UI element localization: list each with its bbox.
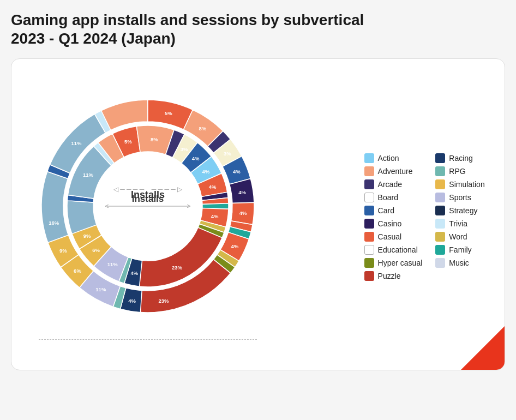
legend-label: Racing: [449, 154, 473, 163]
legend-label: Strategy: [449, 206, 477, 215]
legend-label: Arcade: [378, 180, 402, 189]
legend-label: Casino: [378, 219, 402, 228]
chart-label: 23%: [158, 298, 169, 304]
legend-color-box: [364, 232, 374, 242]
legend-label: RPG: [449, 167, 465, 176]
chart-label: 6%: [92, 247, 100, 253]
chart-label: 9%: [83, 233, 91, 239]
legend-label: Family: [449, 245, 471, 254]
chart-label: 4%: [233, 169, 241, 175]
legend-item: Puzzle: [364, 271, 423, 281]
legend: ActionRacingAdventureRPGArcadeSimulation…: [353, 153, 494, 281]
legend-color-box: [435, 153, 445, 163]
chart-label: 6%: [74, 268, 81, 274]
legend-item: Simulation: [435, 179, 494, 189]
legend-color-box: [435, 245, 445, 255]
chart-label: 5%: [165, 110, 172, 116]
legend-color-box: [364, 153, 374, 163]
chart-label: 11%: [71, 140, 82, 146]
chart-label: 4%: [238, 189, 246, 195]
donut-chart: 10%11%5%8%3%4%4%4%4%23%4%16%11%6%9%11%4%…: [22, 75, 273, 337]
legend-label: Word: [449, 232, 467, 241]
legend-item: Strategy: [435, 206, 494, 215]
chart-label: 4%: [231, 243, 238, 249]
legend-label: Puzzle: [378, 272, 401, 280]
legend-item: Racing: [435, 153, 494, 163]
legend-color-box: [435, 258, 445, 268]
legend-color-box: [364, 271, 374, 281]
legend-color-box: [435, 166, 445, 176]
legend-item: Word: [435, 232, 494, 242]
legend-color-box: [364, 193, 374, 202]
legend-item: Hyper casual: [364, 258, 423, 268]
legend-item: Arcade: [364, 179, 423, 189]
legend-color-box: [364, 258, 374, 268]
chart-label: 3%: [224, 151, 231, 157]
legend-color-box: [435, 232, 445, 242]
chart-label: 8%: [151, 136, 158, 142]
chart-label: 4%: [130, 270, 138, 276]
chart-label: 4%: [211, 214, 219, 220]
page-title: Gaming app installs and sessions by subv…: [11, 11, 505, 47]
legend-label: Sports: [449, 193, 471, 202]
legend-label: Board: [378, 193, 398, 202]
legend-color-box: [364, 245, 374, 255]
legend-item: Educational: [364, 245, 423, 255]
chart-label: 23%: [172, 265, 183, 271]
legend-color-box: [364, 166, 374, 176]
legend-label: Adventure: [378, 167, 413, 176]
decorative-triangle: [461, 326, 505, 370]
legend-color-box: [364, 179, 374, 189]
chart-label: 4%: [209, 184, 217, 190]
chart-label: 4%: [239, 210, 247, 216]
chart-label: 4%: [202, 169, 209, 175]
chart-label: 16%: [49, 220, 59, 226]
legend-item: Music: [435, 258, 494, 268]
chart-container: 10%11%5%8%3%4%4%4%4%23%4%16%11%6%9%11%4%…: [11, 58, 505, 370]
legend-item: Casual: [364, 232, 423, 242]
donut-area: 10%11%5%8%3%4%4%4%4%23%4%16%11%6%9%11%4%…: [22, 75, 273, 359]
chart-label: 8%: [199, 125, 207, 131]
legend-color-box: [435, 193, 445, 202]
chart-label: 4%: [128, 298, 136, 304]
legend-color-box: [364, 206, 374, 215]
legend-color-box: [435, 179, 445, 189]
legend-label: Card: [378, 206, 394, 215]
legend-item: Action: [364, 153, 423, 163]
legend-color-box: [364, 219, 374, 229]
legend-item: Adventure: [364, 166, 423, 176]
legend-item: Sports: [435, 193, 494, 202]
chart-label: 11%: [107, 261, 118, 267]
chart-label: 4%: [192, 156, 200, 162]
legend-item: Trivia: [435, 219, 494, 229]
chart-label: 5%: [124, 139, 132, 145]
legend-item: Casino: [364, 219, 423, 229]
legend-item: Family: [435, 245, 494, 255]
legend-label: Educational: [378, 245, 418, 254]
legend-label: Hyper casual: [378, 259, 423, 267]
svg-text:◁ ─ ─ ─ ─: ◁ ─ ─ ─ ─: [113, 185, 145, 193]
legend-item: Card: [364, 206, 423, 215]
legend-label: Trivia: [449, 219, 467, 228]
chart-label: 11%: [83, 172, 94, 178]
chart-label: 9%: [59, 248, 67, 254]
legend-label: Casual: [378, 232, 402, 241]
legend-label: Action: [378, 154, 399, 163]
chart-label: 11%: [95, 286, 106, 292]
chart-label: 3%: [181, 147, 188, 153]
installs-text: Installs: [132, 194, 164, 204]
svg-text:─ ─ ─ ─ ▷: ─ ─ ─ ─ ▷: [151, 185, 183, 193]
legend-item: Board: [364, 193, 423, 202]
legend-item: RPG: [435, 166, 494, 176]
legend-color-box: [435, 219, 445, 229]
legend-color-box: [435, 206, 445, 215]
legend-label: Simulation: [449, 180, 484, 189]
legend-label: Music: [449, 259, 469, 267]
